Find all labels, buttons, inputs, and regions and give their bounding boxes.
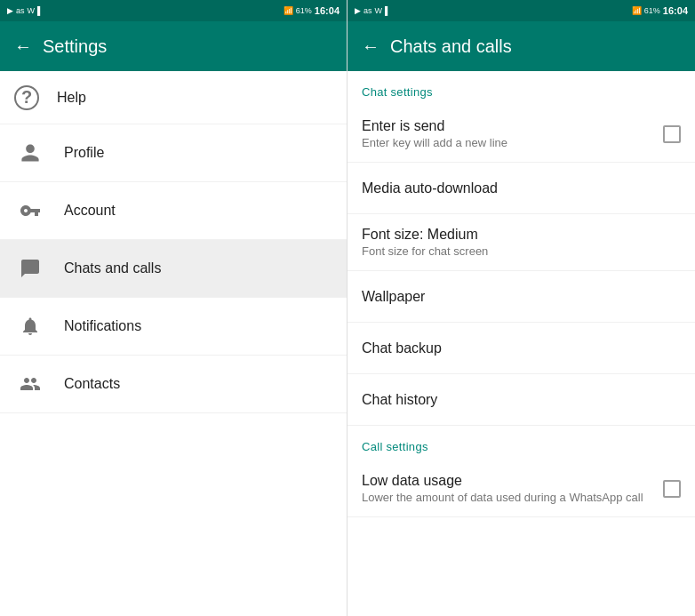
as-label: as <box>16 6 25 15</box>
menu-item-contacts[interactable]: Contacts <box>0 356 347 413</box>
right-signal-icon: 📶 <box>632 6 642 15</box>
w-icon: W <box>28 6 36 15</box>
enter-is-send-checkbox[interactable] <box>663 125 681 143</box>
low-data-usage-text: Low data usage Lower the amount of data … <box>362 473 652 504</box>
left-time: 16:04 <box>315 5 340 16</box>
right-back-button[interactable]: ← <box>362 36 379 57</box>
profile-icon <box>14 137 46 169</box>
menu-label-chats-calls: Chats and calls <box>64 260 161 276</box>
right-toolbar: ← Chats and calls <box>348 21 695 71</box>
right-play-icon: ▶ <box>355 6 361 15</box>
signal-icon: 📶 <box>284 6 293 15</box>
enter-is-send-text: Enter is send Enter key will add a new l… <box>362 118 652 149</box>
left-back-button[interactable]: ← <box>14 36 32 57</box>
settings-item-font-size[interactable]: Font size: Medium Font size for chat scr… <box>348 214 695 271</box>
settings-menu-list: ? Help Profile Account Chats and calls <box>0 71 347 616</box>
notifications-icon <box>14 310 46 342</box>
right-time: 16:04 <box>663 5 688 16</box>
settings-item-media-auto-download[interactable]: Media auto-download <box>348 163 695 214</box>
right-status-left: ▶ as W ▌ <box>355 6 390 15</box>
menu-item-chats-calls[interactable]: Chats and calls <box>0 240 347 298</box>
menu-label-account: Account <box>64 203 116 219</box>
chats-calls-icon <box>14 252 46 284</box>
right-bar-icon: ▌ <box>385 6 390 15</box>
low-data-usage-title: Low data usage <box>362 473 652 489</box>
menu-label-help: Help <box>57 90 86 106</box>
menu-label-contacts: Contacts <box>64 376 120 392</box>
right-toolbar-title: Chats and calls <box>390 36 512 57</box>
enter-is-send-subtitle: Enter key will add a new line <box>362 136 652 149</box>
font-size-text: Font size: Medium Font size for chat scr… <box>362 227 681 258</box>
call-settings-header: Call settings <box>348 426 695 460</box>
font-size-title: Font size: Medium <box>362 227 681 243</box>
media-auto-download-text: Media auto-download <box>362 180 681 196</box>
menu-item-notifications[interactable]: Notifications <box>0 298 347 356</box>
help-icon: ? <box>14 85 39 110</box>
right-battery-label: 61% <box>644 6 660 15</box>
right-status-right: 📶 61% 16:04 <box>632 5 688 16</box>
font-size-subtitle: Font size for chat screen <box>362 244 681 258</box>
enter-is-send-title: Enter is send <box>362 118 652 134</box>
settings-item-enter-is-send[interactable]: Enter is send Enter key will add a new l… <box>348 106 695 163</box>
menu-item-account[interactable]: Account <box>0 182 347 240</box>
account-icon <box>14 195 46 227</box>
right-w-icon: W <box>375 6 383 15</box>
low-data-usage-checkbox[interactable] <box>663 480 681 498</box>
bar-icon: ▌ <box>37 6 43 15</box>
right-panel: ▶ as W ▌ 📶 61% 16:04 ← Chats and calls C… <box>348 0 695 616</box>
chat-settings-header: Chat settings <box>348 71 695 106</box>
chat-backup-title: Chat backup <box>362 340 681 356</box>
settings-item-chat-history[interactable]: Chat history <box>348 374 695 426</box>
play-icon: ▶ <box>7 6 13 15</box>
left-status-bar: ▶ as W ▌ 📶 61% 16:04 <box>0 0 347 21</box>
menu-item-help[interactable]: ? Help <box>0 71 347 124</box>
left-toolbar-title: Settings <box>43 36 107 57</box>
low-data-usage-subtitle: Lower the amount of data used during a W… <box>362 491 652 504</box>
status-bar-right-icons: 📶 61% 16:04 <box>284 5 340 16</box>
right-as-label: as <box>363 6 372 15</box>
settings-item-low-data-usage[interactable]: Low data usage Lower the amount of data … <box>348 460 695 517</box>
menu-item-profile[interactable]: Profile <box>0 124 347 182</box>
chat-history-text: Chat history <box>362 392 681 408</box>
right-status-bar: ▶ as W ▌ 📶 61% 16:04 <box>348 0 695 21</box>
menu-label-profile: Profile <box>64 145 104 161</box>
wallpaper-title: Wallpaper <box>362 289 681 305</box>
settings-item-wallpaper[interactable]: Wallpaper <box>348 271 695 323</box>
chat-backup-text: Chat backup <box>362 340 681 356</box>
left-toolbar: ← Settings <box>0 21 347 71</box>
settings-item-chat-backup[interactable]: Chat backup <box>348 323 695 374</box>
media-auto-download-title: Media auto-download <box>362 180 681 196</box>
menu-label-notifications: Notifications <box>64 318 141 334</box>
battery-label: 61% <box>296 6 312 15</box>
left-panel: ▶ as W ▌ 📶 61% 16:04 ← Settings ? Help P… <box>0 0 348 616</box>
wallpaper-text: Wallpaper <box>362 289 681 305</box>
status-bar-left-icons: ▶ as W ▌ <box>7 6 43 15</box>
contacts-icon <box>14 368 46 400</box>
chat-history-title: Chat history <box>362 392 681 408</box>
